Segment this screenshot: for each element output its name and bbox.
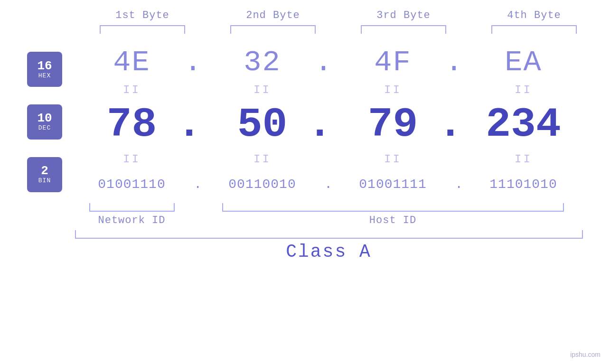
bin-value-4: 11101010 [489, 177, 557, 192]
class-label-row: Class A [0, 242, 610, 262]
double-bar-2-1: II [123, 153, 141, 166]
dec-badge: 10 DEC [27, 104, 62, 140]
hex-cell-3: 4F . [328, 46, 458, 79]
dec-cell-2: 50 . [197, 101, 328, 148]
top-bracket-4 [469, 25, 600, 34]
bin-cell-1: 01001110 . [66, 177, 197, 192]
byte-label-3: 3rd Byte [338, 9, 469, 21]
hex-cell-2: 32 . [197, 46, 328, 79]
bracket-top-4 [491, 25, 577, 34]
double-bar-1-2: II [253, 84, 271, 96]
bin-badge-number: 2 [41, 165, 48, 177]
dec-value-2: 50 [237, 101, 288, 148]
bottom-bracket-net [66, 203, 197, 212]
dec-badge-label: DEC [38, 124, 51, 131]
bin-cell-3: 01001111 . [328, 177, 458, 192]
dec-cell-4: 234 [458, 101, 589, 148]
sep-cell-1-1: II [66, 84, 197, 96]
id-labels-row: Network ID Host ID [0, 215, 610, 226]
dec-cell-3: 79 . [328, 101, 458, 148]
hex-value-4: EA [505, 46, 542, 79]
host-id-label: Host ID [197, 215, 589, 226]
sep-cell-1-3: II [328, 84, 458, 96]
bracket-bottom-host-line [222, 203, 564, 212]
class-bracket-row [0, 230, 610, 239]
bracket-top-1 [100, 25, 185, 34]
bin-value-3: 01001111 [359, 177, 426, 192]
double-bar-2-2: II [253, 153, 271, 166]
sep-cell-2-2: II [197, 153, 328, 166]
hex-cell-4: EA [458, 46, 589, 79]
hex-badge: 16 HEX [27, 52, 62, 87]
sep-cell-2-1: II [66, 153, 197, 166]
bin-value-1: 01001110 [98, 177, 165, 192]
dec-value-1: 78 [107, 101, 157, 148]
byte-labels-row: 1st Byte 2nd Byte 3rd Byte 4th Byte [0, 9, 610, 21]
hex-cell-1: 4E . [66, 46, 197, 79]
dec-value-4: 234 [486, 101, 561, 148]
bin-badge: 2 BIN [27, 157, 62, 192]
left-badges: 16 HEX 10 DEC 2 BIN [0, 43, 66, 201]
bottom-brackets-row [0, 203, 610, 212]
double-bar-1-3: II [384, 84, 402, 96]
hex-badge-label: HEX [38, 72, 51, 79]
top-bracket-1 [77, 25, 208, 34]
double-bar-1-1: II [123, 84, 141, 96]
hex-row: 4E . 32 . 4F . EA [66, 43, 610, 81]
hex-value-3: 4F [374, 46, 411, 79]
separator-row-1: II II II II [66, 81, 610, 98]
bin-cell-2: 00110010 . [197, 177, 328, 192]
watermark: ipshu.com [570, 351, 601, 358]
dec-row: 78 . 50 . 79 . 234 [66, 98, 610, 150]
sep-cell-1-2: II [197, 84, 328, 96]
sep-cell-2-4: II [458, 153, 589, 166]
hex-value-2: 32 [244, 46, 281, 79]
bottom-bracket-host [197, 203, 589, 212]
hex-badge-number: 16 [37, 60, 52, 72]
content-area: 16 HEX 10 DEC 2 BIN 4E . 32 [0, 43, 610, 201]
dec-value-3: 79 [368, 101, 418, 148]
network-id-label: Network ID [66, 215, 197, 226]
main-container: 1st Byte 2nd Byte 3rd Byte 4th Byte 16 H… [0, 0, 610, 364]
sep-cell-2-3: II [328, 153, 458, 166]
hex-value-1: 4E [113, 46, 150, 79]
sep-cell-1-4: II [458, 84, 589, 96]
separator-row-2: II II II II [66, 150, 610, 168]
dec-badge-number: 10 [37, 112, 52, 124]
double-bar-2-4: II [515, 153, 532, 166]
byte-label-1: 1st Byte [77, 9, 208, 21]
byte-label-4: 4th Byte [469, 9, 600, 21]
bracket-bottom-net-line [89, 203, 175, 212]
dec-cell-1: 78 . [66, 101, 197, 148]
byte-label-2: 2nd Byte [208, 9, 338, 21]
class-label: Class A [75, 242, 583, 262]
bytes-grid: 4E . 32 . 4F . EA II [66, 43, 610, 201]
bracket-top-3 [361, 25, 446, 34]
bin-badge-label: BIN [38, 177, 51, 184]
top-bracket-2 [208, 25, 338, 34]
bin-value-2: 00110010 [228, 177, 296, 192]
top-bracket-3 [338, 25, 469, 34]
top-brackets-row [0, 25, 610, 34]
double-bar-1-4: II [515, 84, 532, 96]
double-bar-2-3: II [384, 153, 402, 166]
class-bracket-line [75, 230, 583, 239]
bin-row: 01001110 . 00110010 . 01001111 . 1110101… [66, 168, 610, 201]
bracket-top-2 [230, 25, 316, 34]
bin-cell-4: 11101010 [458, 177, 589, 192]
